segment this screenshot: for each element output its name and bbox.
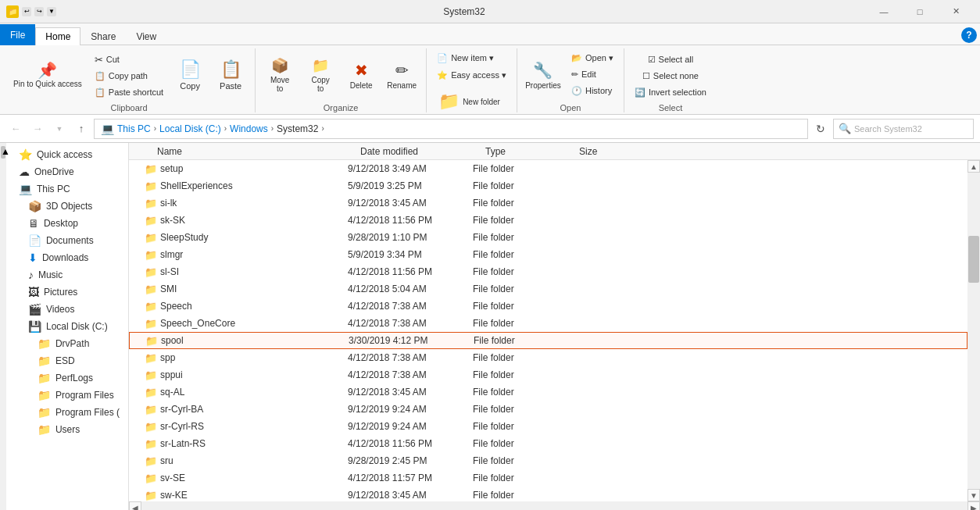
breadcrumb-system32[interactable]: System32 — [277, 123, 318, 134]
close-button[interactable]: ✕ — [938, 0, 974, 23]
up-button[interactable]: ↑ — [72, 119, 91, 138]
table-row[interactable]: 📁 Speech 4/12/2018 7:38 AM File folder — [129, 298, 967, 315]
help-button[interactable]: ? — [961, 27, 977, 43]
table-row[interactable]: 📁 sw-KE 9/12/2018 3:45 AM File folder — [129, 487, 967, 501]
tab-home[interactable]: Home — [35, 27, 80, 45]
breadcrumb-thispc[interactable]: This PC — [117, 123, 151, 134]
sidebar-item-desktop[interactable]: 🖥 Desktop — [6, 215, 128, 232]
col-header-name[interactable]: Name — [151, 144, 354, 159]
copy-to-button[interactable]: 📁 Copy to — [301, 50, 340, 100]
invert-selection-button[interactable]: 🔄 Invert selection — [629, 84, 712, 100]
sidebar-item-drvpath[interactable]: 📁 DrvPath — [6, 335, 128, 352]
breadcrumb-windows[interactable]: Windows — [230, 123, 268, 134]
paste-shortcut-button[interactable]: 📋 Paste shortcut — [89, 84, 169, 100]
table-row[interactable]: 📁 spp 4/12/2018 7:38 AM File folder — [129, 349, 967, 366]
select-all-button[interactable]: ☑ Select all — [642, 52, 699, 67]
forward-button[interactable]: → — [28, 119, 47, 138]
table-row[interactable]: 📁 sr-Cyrl-BA 9/12/2019 9:24 AM File fold… — [129, 401, 967, 418]
minimize-button[interactable]: — — [866, 0, 902, 23]
sidebar-item-programfilesx86[interactable]: 📁 Program Files ( — [6, 404, 128, 421]
move-to-icon: 📦 — [271, 57, 288, 74]
localdisk-icon: 💾 — [28, 320, 41, 333]
table-row[interactable]: 📁 SleepStudy 9/28/2019 1:10 PM File fold… — [129, 229, 967, 246]
back-button[interactable]: ← — [6, 119, 25, 138]
cut-button[interactable]: ✂ Cut — [89, 52, 169, 67]
downloads-icon: ⬇ — [28, 251, 38, 264]
sidebar-item-3dobjects[interactable]: 📦 3D Objects — [6, 198, 128, 215]
breadcrumb-computer-icon: 💻 — [101, 123, 114, 135]
table-row[interactable]: 📁 sppui 4/12/2018 7:38 AM File folder — [129, 366, 967, 383]
sidebar-item-pictures[interactable]: 🖼 Pictures — [6, 284, 128, 301]
table-row[interactable]: 📁 sk-SK 4/12/2018 11:56 PM File folder — [129, 212, 967, 229]
delete-button[interactable]: ✖ Delete — [342, 50, 381, 100]
easy-access-button[interactable]: ⭐ Easy access ▾ — [431, 67, 512, 83]
table-row[interactable]: 📁 sr-Latn-RS 4/12/2018 11:56 PM File fol… — [129, 435, 967, 452]
sidebar-scroll-arrow-up[interactable]: ▲ — [1, 146, 5, 159]
sidebar-item-users[interactable]: 📁 Users — [6, 421, 128, 438]
open-button[interactable]: 📂 Open ▾ — [566, 50, 619, 66]
h-scroll-track[interactable] — [141, 501, 967, 510]
paste-button[interactable]: 📋 Paste — [211, 50, 250, 100]
edit-button[interactable]: ✏ Edit — [566, 66, 619, 82]
window-title: System32 — [63, 6, 866, 17]
col-header-size[interactable]: Size — [573, 144, 635, 159]
table-row[interactable]: 📁 sr-Cyrl-RS 9/12/2019 9:24 AM File fold… — [129, 418, 967, 435]
sidebar-item-programfiles[interactable]: 📁 Program Files — [6, 387, 128, 404]
table-row[interactable]: 📁 SMI 4/12/2018 5:04 AM File folder — [129, 280, 967, 298]
copy-path-button[interactable]: 📋 Copy path — [89, 68, 169, 84]
new-item-button[interactable]: 📄 New item ▾ — [431, 50, 499, 66]
history-button[interactable]: 🕐 History — [566, 83, 619, 98]
rename-button[interactable]: ✏ Rename — [382, 50, 421, 100]
table-row[interactable]: 📁 ShellExperiences 5/9/2019 3:25 PM File… — [129, 177, 967, 194]
tab-file[interactable]: File — [0, 24, 35, 45]
maximize-button[interactable]: □ — [902, 0, 938, 23]
vertical-scrollbar[interactable]: ▲ ▼ — [967, 160, 980, 501]
table-row[interactable]: 📁 si-lk 9/12/2018 3:45 AM File folder — [129, 194, 967, 212]
col-header-date[interactable]: Date modified — [354, 144, 479, 159]
pin-label: Pin to Quick access — [13, 80, 82, 89]
select-none-button[interactable]: ☐ Select none — [637, 68, 704, 84]
table-row[interactable]: 📁 sv-SE 4/12/2018 11:57 PM File folder — [129, 469, 967, 487]
move-to-button[interactable]: 📦 Move to — [260, 50, 299, 100]
sidebar-item-documents[interactable]: 📄 Documents — [6, 232, 128, 249]
sidebar-item-quick-access[interactable]: ⭐ Quick access — [6, 146, 128, 163]
table-row[interactable]: 📁 sq-AL 9/12/2018 3:45 AM File folder — [129, 383, 967, 401]
table-row[interactable]: 📁 slmgr 5/9/2019 3:34 PM File folder — [129, 246, 967, 263]
sidebar-item-downloads[interactable]: ⬇ Downloads — [6, 249, 128, 266]
refresh-button[interactable]: ↻ — [811, 119, 830, 138]
file-date-cell: 9/28/2019 1:10 PM — [348, 232, 473, 243]
table-row[interactable]: 📁 sl-SI 4/12/2018 11:56 PM File folder — [129, 263, 967, 280]
horizontal-scrollbar[interactable]: ◀ ▶ — [129, 501, 980, 510]
scroll-down-arrow[interactable]: ▼ — [967, 489, 980, 501]
scroll-up-arrow[interactable]: ▲ — [967, 160, 980, 173]
sidebar-item-localdisk[interactable]: 💾 Local Disk (C:) — [6, 318, 128, 335]
sidebar-item-thispc[interactable]: 💻 This PC — [6, 180, 128, 198]
scroll-track[interactable] — [967, 173, 980, 489]
scroll-left-arrow[interactable]: ◀ — [129, 501, 141, 510]
recent-locations-button[interactable]: ▼ — [50, 119, 69, 138]
sidebar-scroll-track[interactable]: ▲ — [0, 143, 6, 510]
sidebar-item-esd[interactable]: 📁 ESD — [6, 352, 128, 369]
col-header-type[interactable]: Type — [479, 144, 573, 159]
tab-share[interactable]: Share — [80, 27, 126, 45]
sidebar-item-music[interactable]: ♪ Music — [6, 266, 128, 284]
scroll-right-arrow[interactable]: ▶ — [967, 501, 980, 510]
new-folder-button[interactable]: 📁 New folder — [431, 86, 507, 117]
copy-button[interactable]: 📄 Copy — [170, 50, 209, 100]
table-row[interactable]: 📁 Speech_OneCore 4/12/2018 7:38 AM File … — [129, 315, 967, 332]
scroll-thumb[interactable] — [968, 236, 979, 283]
search-box[interactable]: 🔍 Search System32 — [833, 119, 974, 139]
pin-to-quick-access-button[interactable]: 📌 Pin to Quick access — [8, 50, 88, 100]
breadcrumb[interactable]: 💻 This PC › Local Disk (C:) › Windows › … — [94, 119, 808, 139]
breadcrumb-localdisk[interactable]: Local Disk (C:) — [159, 123, 221, 134]
sidebar-item-onedrive[interactable]: ☁ OneDrive — [6, 163, 128, 180]
properties-button[interactable]: 🔧 Properties — [522, 50, 564, 100]
table-row[interactable]: 📁 spool 3/30/2019 4:12 PM File folder — [129, 332, 967, 349]
tab-view[interactable]: View — [126, 27, 166, 45]
open-label: Open — [522, 102, 619, 112]
sidebar-item-perflogs[interactable]: 📁 PerfLogs — [6, 369, 128, 387]
breadcrumb-sep2: › — [224, 124, 227, 133]
table-row[interactable]: 📁 sru 9/28/2019 2:45 PM File folder — [129, 452, 967, 469]
table-row[interactable]: 📁 setup 9/12/2018 3:49 AM File folder — [129, 160, 967, 177]
sidebar-item-videos[interactable]: 🎬 Videos — [6, 301, 128, 318]
